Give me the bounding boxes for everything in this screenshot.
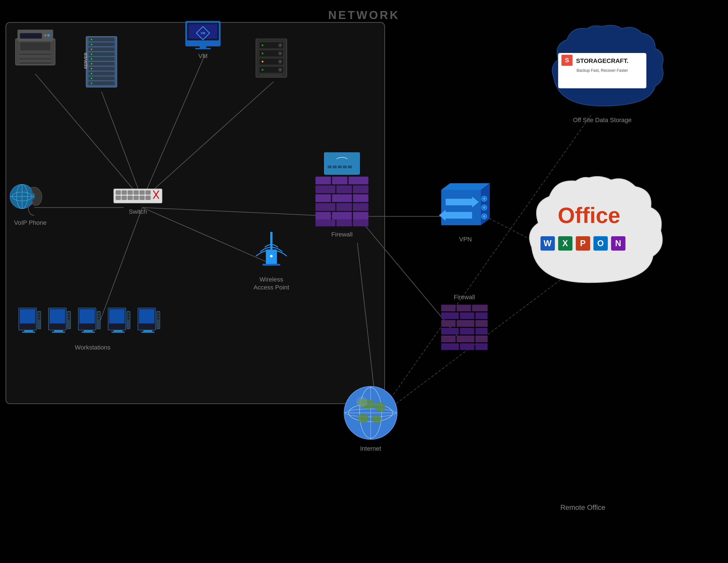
svg-rect-105: [349, 177, 368, 184]
svg-rect-159: [139, 309, 154, 324]
remote-office-label: Remote Office: [560, 503, 605, 512]
svg-rect-77: [116, 190, 121, 194]
svg-rect-18: [19, 53, 52, 56]
svg-rect-86: [122, 196, 127, 200]
svg-rect-90: [146, 196, 150, 200]
office365-label: Office: [589, 291, 589, 291]
svg-rect-78: [122, 190, 127, 194]
svg-rect-79: [128, 190, 133, 194]
office365-cloud-container: Office W X P O N Office: [514, 174, 664, 291]
svg-rect-180: [475, 313, 488, 319]
internet-icon-container: Internet: [340, 384, 402, 452]
svg-rect-127: [38, 313, 40, 314]
svg-rect-49: [195, 48, 211, 49]
svg-rect-152: [111, 332, 125, 333]
vpn-label: VPN: [459, 236, 472, 243]
svg-point-174: [483, 215, 485, 217]
svg-rect-80: [134, 190, 139, 194]
voip-phone-icon: [9, 181, 52, 217]
svg-point-22: [44, 34, 46, 36]
svg-rect-179: [460, 313, 474, 319]
svg-text:N: N: [615, 239, 621, 248]
server-icon: SERVER: [79, 34, 124, 89]
server-icon-container: SERVER: [77, 34, 126, 92]
wireless-ap-icon: [249, 229, 293, 274]
svg-rect-128: [38, 315, 40, 317]
svg-point-59: [280, 53, 281, 54]
vm-icon: VM: [185, 21, 221, 50]
svg-rect-95: [324, 152, 360, 174]
svg-point-38: [91, 49, 92, 50]
svg-point-43: [91, 73, 92, 74]
svg-rect-164: [157, 315, 159, 317]
svg-point-40: [91, 58, 92, 60]
wireless-ap-icon-container: WirelessAccess Point: [249, 229, 293, 292]
svg-rect-82: [146, 190, 150, 194]
svg-rect-20: [19, 62, 52, 64]
svg-rect-133: [54, 330, 63, 332]
svg-rect-99: [343, 165, 347, 168]
svg-rect-117: [353, 212, 368, 220]
firewall-outer-icon-container: Firewall: [439, 294, 490, 353]
svg-rect-100: [348, 165, 352, 168]
svg-point-170: [483, 197, 485, 200]
svg-text:VM: VM: [201, 31, 205, 35]
svg-rect-183: [475, 320, 488, 327]
svg-rect-87: [128, 196, 133, 200]
svg-rect-70: [260, 74, 282, 76]
svg-rect-155: [127, 315, 130, 317]
svg-rect-150: [109, 309, 125, 324]
svg-rect-154: [127, 313, 130, 314]
svg-rect-137: [68, 315, 70, 317]
page-title: NETWORK: [0, 8, 728, 22]
svg-rect-185: [460, 328, 474, 335]
svg-point-67: [262, 53, 263, 54]
svg-text:STORAGECRAFT.: STORAGECRAFT.: [576, 57, 629, 64]
svg-point-94: [270, 255, 273, 257]
svg-rect-120: [353, 220, 368, 226]
svg-point-56: [280, 45, 281, 46]
workstations-label: Workstations: [75, 344, 110, 351]
svg-text:X: X: [562, 239, 568, 248]
firewall-inner-icon-container: Firewall: [311, 152, 373, 238]
svg-rect-81: [140, 190, 144, 194]
svg-rect-132: [50, 309, 65, 324]
svg-point-199: [356, 396, 367, 407]
svg-rect-156: [127, 318, 130, 320]
svg-rect-19: [19, 57, 52, 60]
svg-rect-109: [315, 194, 331, 202]
svg-rect-141: [79, 309, 95, 324]
svg-text:SERVER: SERVER: [84, 53, 88, 69]
office365-cloud-icon: Office W X P O N: [514, 174, 664, 289]
workstations-icon-container: Workstations: [18, 307, 168, 351]
svg-rect-160: [143, 330, 152, 332]
firewall-outer-label-top: Firewall: [454, 294, 475, 301]
svg-point-66: [262, 44, 263, 46]
svg-rect-166: [441, 190, 481, 225]
svg-rect-125: [22, 332, 35, 333]
svg-rect-175: [441, 305, 456, 311]
svg-rect-93: [263, 264, 280, 265]
internet-globe-icon: [340, 384, 402, 442]
svg-rect-97: [333, 165, 337, 168]
svg-point-44: [91, 78, 92, 79]
svg-text:W: W: [544, 239, 552, 248]
printer-icon-container: [9, 25, 62, 74]
svg-rect-136: [68, 313, 70, 314]
svg-rect-23: [20, 33, 42, 39]
svg-point-65: [280, 69, 281, 70]
svg-rect-188: [457, 336, 474, 342]
svg-rect-112: [315, 203, 335, 211]
svg-point-45: [91, 83, 92, 84]
svg-rect-116: [332, 212, 352, 220]
svg-rect-146: [98, 315, 100, 317]
svg-rect-189: [475, 336, 488, 342]
printer-icon: [11, 25, 60, 70]
internet-label: Internet: [360, 445, 381, 452]
vpn-icon: [437, 181, 494, 234]
svg-rect-161: [141, 332, 154, 333]
svg-rect-104: [332, 177, 347, 184]
firewall-outer-icon: [439, 305, 490, 353]
storagecraft-cloud-icon: STORAGECRAFT. Backup Fast, Recover Faste…: [536, 22, 668, 115]
svg-rect-124: [24, 330, 33, 332]
